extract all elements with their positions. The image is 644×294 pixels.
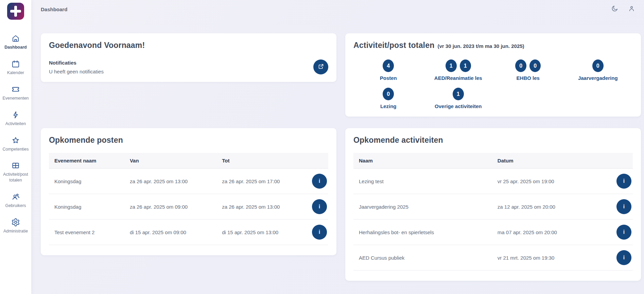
info-button[interactable]: i — [312, 199, 327, 214]
count-badge: 1 — [453, 88, 464, 100]
topbar: Dashboard — [41, 4, 641, 14]
stat-label: AED/Reanimatie les — [434, 75, 482, 81]
moon-icon — [611, 5, 618, 13]
sidebar-item-label: Gebruikers — [4, 203, 27, 209]
home-icon — [11, 34, 20, 43]
sidebar-item-competenties[interactable]: Competenties — [0, 136, 31, 152]
column-header-actions — [306, 153, 328, 169]
sidebar-item-evenementen[interactable]: Evenementen — [0, 85, 31, 101]
column-header: Tot — [216, 153, 306, 169]
sidebar-item-activiteit-post-totalen[interactable]: Activiteit/post totalen — [0, 161, 31, 183]
sidebar-nav: Dashboard Kalender Evenementen Activitei… — [0, 34, 31, 234]
upcoming-activities-title: Opkomende activiteiten — [353, 136, 633, 145]
notifications-label: Notificaties — [49, 60, 104, 66]
notifications-row: Notificaties U heeft geen notificaties — [49, 59, 328, 74]
info-button[interactable]: i — [616, 174, 631, 189]
ticket-icon — [11, 85, 20, 94]
table-row: Herhalingsles bot- en spierletsels ma 07… — [353, 220, 633, 245]
greeting-card: Goedenavond Voornaam! Notificaties U hee… — [41, 33, 336, 82]
sidebar-item-dashboard[interactable]: Dashboard — [0, 34, 31, 50]
event-to-cell: za 26 apr. 2025 om 13:00 — [216, 194, 306, 220]
count-badge: 1 — [460, 59, 471, 72]
stat-badges: 1 — [453, 88, 464, 100]
sidebar-item-label: Activiteiten — [4, 121, 27, 127]
info-button[interactable]: i — [616, 199, 631, 214]
activity-name-cell: Herhalingsles bot- en spierletsels — [353, 220, 492, 245]
count-badge: 1 — [446, 59, 457, 72]
user-icon — [628, 5, 635, 13]
totals-stats: 4 Posten 1 1 AED/Reanimatie les 0 0 — [353, 59, 633, 109]
upcoming-posts-title: Opkomende posten — [49, 136, 328, 145]
table-row: Jaarvergadering 2025 za 12 apr. 2025 om … — [353, 194, 633, 220]
external-link-icon — [318, 63, 324, 71]
info-button[interactable]: i — [616, 250, 631, 265]
topbar-actions — [610, 5, 641, 13]
column-header: Van — [124, 153, 216, 169]
sidebar-item-kalender[interactable]: Kalender — [0, 59, 31, 76]
info-icon: i — [319, 229, 320, 235]
info-icon: i — [623, 229, 625, 235]
info-icon: i — [623, 255, 625, 261]
stat-label: Overige activiteiten — [435, 103, 482, 109]
stat-badges: 0 — [592, 59, 604, 72]
sidebar-item-activiteiten[interactable]: Activiteiten — [0, 110, 31, 127]
notifications-block: Notificaties U heeft geen notificaties — [49, 60, 104, 74]
table-row: Lezing test vr 25 apr. 2025 om 19:00 i — [353, 169, 633, 194]
activity-date-cell: vr 21 mrt. 2025 om 19:30 — [492, 245, 611, 271]
stat-badges: 0 0 — [515, 59, 541, 72]
open-notifications-button[interactable] — [313, 59, 328, 74]
notifications-text: U heeft geen notificaties — [49, 69, 104, 74]
dark-mode-toggle[interactable] — [610, 5, 619, 13]
column-header: Datum — [492, 153, 611, 169]
sidebar-item-label: Competenties — [1, 146, 30, 152]
stat-ehbo-les: 0 0 EHBO les — [493, 59, 563, 81]
table-header-row: Naam Datum — [353, 153, 633, 169]
activity-date-cell: ma 07 apr. 2025 om 20:00 — [492, 220, 611, 245]
upcoming-activities-card: Opkomende activiteiten Naam Datum Lezing… — [345, 128, 641, 281]
upcoming-posts-card: Opkomende posten Evenement naam Van Tot … — [41, 128, 336, 255]
info-button[interactable]: i — [312, 174, 327, 189]
table-header-row: Evenement naam Van Tot — [49, 153, 328, 169]
count-badge: 0 — [529, 59, 541, 72]
event-name-cell: Koningsdag — [49, 194, 124, 220]
count-badge: 0 — [383, 88, 394, 100]
dashboard-grid: Goedenavond Voornaam! Notificaties U hee… — [41, 33, 641, 281]
stat-label: Posten — [380, 75, 397, 81]
account-button[interactable] — [627, 5, 636, 13]
activity-date-cell: za 12 apr. 2025 om 20:00 — [492, 194, 611, 220]
calendar-icon — [11, 59, 20, 68]
info-icon: i — [623, 204, 625, 210]
info-button[interactable]: i — [616, 225, 631, 240]
lightning-icon — [11, 110, 20, 119]
stat-badges: 4 — [383, 59, 394, 72]
sidebar-item-label: Activiteit/post totalen — [0, 172, 31, 183]
stat-posten: 4 Posten — [353, 59, 423, 81]
event-from-cell: za 26 apr. 2025 om 13:00 — [124, 169, 216, 194]
activity-name-cell: Jaarvergadering 2025 — [353, 194, 492, 220]
sidebar-item-label: Kalender — [6, 70, 25, 76]
sidebar-item-label: Evenementen — [1, 96, 30, 101]
greeting-title: Goedenavond Voornaam! — [49, 41, 328, 50]
totals-card: Activiteit/post totalen (vr 30 jun. 2023… — [345, 33, 641, 117]
stat-jaarvergadering: 0 Jaarvergadering — [563, 59, 633, 81]
table-row: AED Cursus publiek vr 21 mrt. 2025 om 19… — [353, 245, 633, 271]
app-logo-plus-icon[interactable] — [7, 3, 24, 20]
count-badge: 0 — [592, 59, 604, 72]
event-name-cell: Koningsdag — [49, 169, 124, 194]
sidebar-item-gebruikers[interactable]: Gebruikers — [0, 192, 31, 209]
totals-title: Activiteit/post totalen — [353, 41, 434, 50]
info-icon: i — [319, 178, 320, 184]
info-button[interactable]: i — [312, 225, 327, 240]
stat-badges: 0 — [383, 88, 394, 100]
stat-overige-activiteiten: 1 Overige activiteiten — [423, 88, 493, 109]
event-to-cell: za 26 apr. 2025 om 17:00 — [216, 169, 306, 194]
star-icon — [11, 136, 20, 145]
table-row: Koningsdag za 26 apr. 2025 om 13:00 za 2… — [49, 169, 328, 194]
event-from-cell: za 26 apr. 2025 om 09:00 — [124, 194, 216, 220]
event-from-cell: di 15 apr. 2025 om 09:00 — [124, 220, 216, 245]
sidebar-item-administratie[interactable]: Administratie — [0, 218, 31, 234]
totals-date-range: (vr 30 jun. 2023 t/m ma 30 jun. 2025) — [437, 43, 524, 49]
upcoming-activities-table: Naam Datum Lezing test vr 25 apr. 2025 o… — [353, 153, 633, 271]
stat-badges: 1 1 — [446, 59, 471, 72]
table-row: Test evenement 2 di 15 apr. 2025 om 09:0… — [49, 220, 328, 245]
